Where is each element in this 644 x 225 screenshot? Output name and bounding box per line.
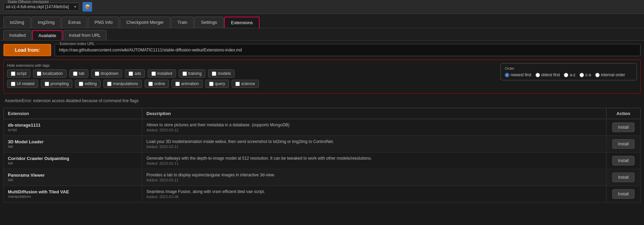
- ext-desc-cell: Seamless Image Fusion, along with vram e…: [142, 186, 606, 203]
- filter-chip-localization[interactable]: localization: [33, 69, 67, 78]
- filter-chip-training[interactable]: training: [179, 69, 205, 78]
- order-newest-first[interactable]: newest first: [505, 73, 531, 77]
- ext-name: Corridor Crawler Outpainting: [8, 156, 138, 161]
- filter-label-query: query: [215, 81, 225, 86]
- ext-tag: tab: [8, 178, 138, 182]
- filter-chip-dropdown[interactable]: dropdown: [91, 69, 122, 78]
- filter-label-animation: animation: [181, 81, 199, 86]
- filter-checkbox-manipulations[interactable]: [107, 82, 112, 86]
- filter-checkbox-script[interactable]: [11, 71, 15, 76]
- filter-row-2: UI related prompting editing manipulatio…: [7, 80, 494, 88]
- ext-name: Panorama Viewer: [8, 173, 138, 178]
- ext-desc-cell: Generate hallways with the depth-to-imag…: [142, 152, 606, 169]
- tab-settings[interactable]: Settings: [194, 17, 223, 28]
- install-button[interactable]: Install: [612, 189, 634, 199]
- url-input[interactable]: [55, 44, 640, 56]
- tab-img2img[interactable]: img2img: [31, 17, 61, 28]
- checkpoint-label-text: Stable Diffusion checkpoint: [6, 0, 50, 4]
- filter-chip-online[interactable]: online: [145, 80, 169, 88]
- order-internal[interactable]: internal order: [595, 73, 625, 77]
- install-button[interactable]: Install: [612, 139, 634, 149]
- install-button[interactable]: Install: [612, 156, 634, 165]
- ext-name: MultiDiffusion with Tiled VAE: [8, 189, 138, 194]
- order-oldest-first[interactable]: oldest first: [536, 73, 560, 77]
- filter-chip-manipulations[interactable]: manipulations: [103, 80, 142, 88]
- filter-checkbox-models[interactable]: [212, 71, 216, 76]
- filter-checkbox-dropdown[interactable]: [95, 71, 99, 76]
- table-row: Corridor Crawler Outpainting tab Generat…: [4, 152, 641, 169]
- filter-chip-tab[interactable]: tab: [69, 69, 88, 78]
- filter-label-models: models: [218, 71, 231, 76]
- filter-checkbox-localization[interactable]: [37, 71, 41, 76]
- col-extension: Extension: [4, 108, 142, 119]
- filter-chip-query[interactable]: query: [205, 80, 229, 88]
- refresh-button[interactable]: 📦: [83, 2, 92, 12]
- filter-label-localization: localization: [43, 71, 63, 76]
- order-label-newest: newest first: [511, 73, 531, 77]
- install-button[interactable]: Install: [612, 123, 634, 132]
- filter-checkbox-training[interactable]: [182, 71, 187, 76]
- filter-checkbox-prompting[interactable]: [45, 82, 49, 86]
- checkpoint-wrapper: sd-v1-4-full-ema.ckpt [14749efc0a]: [3, 3, 79, 11]
- order-radio-az[interactable]: [564, 73, 568, 77]
- filter-label-editing: editing: [85, 81, 97, 86]
- order-label-az: a-z: [570, 73, 575, 77]
- filter-chip-models[interactable]: models: [208, 69, 235, 78]
- filter-checkbox-ads[interactable]: [129, 71, 133, 76]
- install-button[interactable]: Install: [612, 173, 634, 182]
- filter-checkbox-query[interactable]: [209, 82, 214, 86]
- order-z-a[interactable]: z-a: [580, 73, 591, 77]
- filter-chip-science[interactable]: science: [232, 80, 259, 88]
- tab-train[interactable]: Train: [171, 17, 194, 28]
- order-label-za: z-a: [585, 73, 591, 77]
- filter-row-1: script localization tab dropdown ads ins…: [7, 69, 494, 78]
- filter-chip-ui-related[interactable]: UI related: [7, 80, 38, 88]
- load-from-button[interactable]: Load from:: [3, 44, 51, 56]
- order-radio-internal[interactable]: [595, 73, 600, 77]
- subtab-install-from-url[interactable]: Install from URL: [63, 30, 106, 40]
- order-legend: Order: [505, 66, 632, 70]
- ext-tag: manipulations: [8, 194, 138, 198]
- subtab-available[interactable]: Available: [32, 30, 62, 40]
- order-a-z[interactable]: a-z: [564, 73, 575, 77]
- ext-desc-cell: Provides a tab to display equirectangula…: [142, 169, 606, 186]
- tab-extras[interactable]: Extras: [62, 17, 87, 28]
- order-radio-newest[interactable]: [505, 73, 509, 77]
- filter-chip-installed[interactable]: installed: [148, 69, 176, 78]
- filter-checkbox-online[interactable]: [148, 82, 153, 86]
- filter-chip-editing[interactable]: editing: [75, 80, 100, 88]
- filter-checkbox-installed[interactable]: [151, 71, 156, 76]
- ext-added-date: Added: 2023-03-08: [146, 195, 602, 199]
- subtab-installed[interactable]: Installed: [3, 30, 31, 40]
- order-label-oldest: oldest first: [541, 73, 560, 77]
- ext-name-cell: Corridor Crawler Outpainting tab: [4, 152, 142, 169]
- load-row: Load from: Extension index URL: [3, 44, 641, 56]
- filter-label-dropdown: dropdown: [101, 71, 119, 76]
- filter-checkbox-science[interactable]: [235, 82, 240, 86]
- error-message: AssertionError: extension access disable…: [3, 97, 641, 105]
- tab-checkpoint-merger[interactable]: Checkpoint Merger: [120, 17, 170, 28]
- filter-checkbox-animation[interactable]: [175, 82, 180, 86]
- filter-label-online: online: [154, 81, 165, 86]
- filter-label-prompting: prompting: [50, 81, 69, 86]
- ext-name-cell: MultiDiffusion with Tiled VAE manipulati…: [4, 186, 142, 203]
- tab-pnginfo[interactable]: PNG Info: [88, 17, 119, 28]
- filter-checkbox-editing[interactable]: [79, 82, 83, 86]
- filter-checkbox-ui-related[interactable]: [11, 82, 15, 86]
- ext-action-cell: Install: [606, 186, 641, 203]
- checkpoint-select[interactable]: sd-v1-4-full-ema.ckpt [14749efc0a]: [4, 3, 79, 11]
- filter-chip-prompting[interactable]: prompting: [41, 80, 72, 88]
- ext-name-cell: 3D Model Loader tab: [4, 136, 142, 152]
- tab-extensions[interactable]: Extensions: [224, 17, 260, 28]
- order-radio-oldest[interactable]: [536, 73, 540, 77]
- filter-chip-ads[interactable]: ads: [125, 69, 145, 78]
- table-row: db-storage1111 script Allows to store pi…: [4, 119, 641, 136]
- filter-chip-animation[interactable]: animation: [172, 80, 203, 88]
- tab-txt2img[interactable]: txt2img: [3, 17, 31, 28]
- filter-checkbox-tab[interactable]: [73, 71, 77, 76]
- order-section: Order newest first oldest first a-z z-a: [500, 63, 637, 80]
- filter-chip-script[interactable]: script: [7, 69, 30, 78]
- table-row: Panorama Viewer tab Provides a tab to di…: [4, 169, 641, 186]
- ext-name: 3D Model Loader: [8, 139, 138, 144]
- order-radio-za[interactable]: [580, 73, 584, 77]
